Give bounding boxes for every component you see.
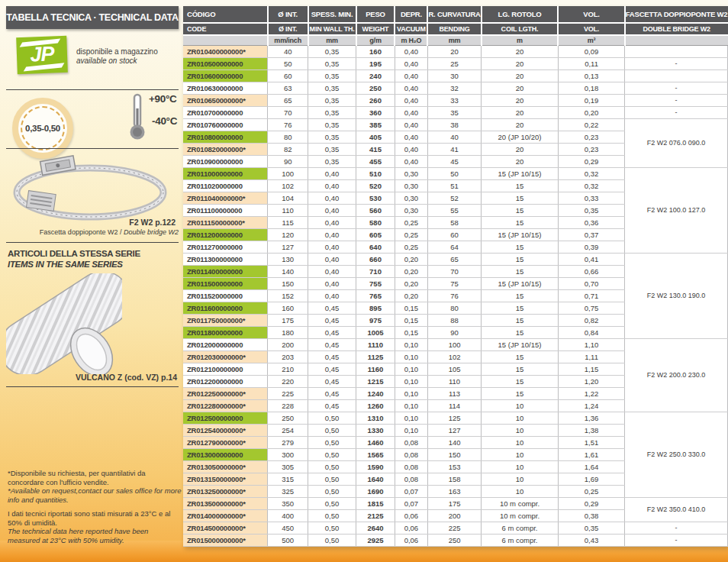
cell-min-wall: 0,40: [308, 278, 356, 290]
unit-spess: mm: [308, 35, 356, 46]
cell-d-int: 228: [268, 400, 308, 412]
cell-d-int: 150: [268, 278, 308, 290]
cell-d-int: 63: [268, 82, 308, 95]
cell-code: ZR012790000000*: [183, 437, 268, 449]
cell-code: ZR012030000000*: [183, 351, 268, 363]
wall-thickness-value: 0,35-0,50: [25, 124, 60, 133]
technical-data-table: CÓDIGO Ø INT. SPESS. MIN. PESO DEPR. R. …: [183, 6, 728, 547]
cell-volume: 0,39: [558, 241, 624, 254]
cell-d-int: 40: [268, 46, 308, 58]
cell-d-int: 50: [268, 58, 308, 70]
cell-vacuum: 0,10: [395, 376, 427, 388]
cell-code: ZR011000000000: [183, 168, 268, 180]
cell-coil-length: 15: [482, 388, 559, 400]
table-row: ZR010630000000630,352500,4032200,18-: [183, 82, 728, 95]
cell-bending: 50: [427, 168, 481, 180]
jp-logo: JP: [16, 36, 68, 74]
cell-code: ZR015000000000*: [183, 535, 268, 547]
cell-weight: 510: [356, 168, 395, 180]
table-row: ZR010650000000*650,352600,4033200,19-: [183, 95, 728, 107]
cell-fascetta: F2 W2 350.0 410.0: [625, 498, 728, 522]
cell-coil-length: 20: [482, 95, 559, 107]
cell-d-int: 300: [268, 449, 308, 461]
cell-d-int: 130: [268, 254, 308, 266]
cell-fascetta: -: [625, 82, 728, 95]
cell-weight: 1260: [356, 400, 395, 412]
header-row-italian: CÓDIGO Ø INT. SPESS. MIN. PESO DEPR. R. …: [183, 6, 728, 23]
cell-code: ZR010400000000*: [183, 46, 268, 58]
cell-d-int: 350: [268, 498, 308, 510]
same-series-heading-en: ITEMS IN THE SAME SERIES: [8, 259, 140, 270]
table-row: ZR0113000000001300,406600,2065150,41F2 W…: [183, 254, 728, 266]
cell-min-wall: 0,35: [308, 156, 356, 168]
cell-weight: 1565: [356, 449, 395, 461]
cell-min-wall: 0,50: [308, 510, 356, 522]
col-header-bridge: DOUBLE BRIDGE W2: [625, 23, 728, 35]
cell-d-int: 160: [268, 302, 308, 315]
cell-coil-length: 20: [482, 46, 559, 58]
cell-vacuum: 0,25: [395, 217, 427, 229]
cell-bending: 32: [427, 82, 481, 95]
cell-volume: 0,35: [558, 522, 624, 535]
unit-peso: g/m: [356, 35, 395, 46]
col-header-code: CODE: [183, 23, 268, 35]
cell-code: ZR010800000000: [183, 131, 268, 144]
cell-bending: 75: [427, 278, 481, 290]
cell-d-int: 70: [268, 107, 308, 119]
unit-fascetta: [625, 35, 728, 46]
cell-weight: 640: [356, 241, 395, 254]
col-header-vol-en: VOL.: [558, 23, 624, 35]
cell-bending: 30: [427, 70, 481, 82]
cell-d-int: 254: [268, 425, 308, 437]
cell-coil-length: 15: [482, 290, 559, 302]
cell-min-wall: 0,35: [308, 58, 356, 70]
cell-vacuum: 0,40: [395, 131, 427, 144]
header-row-units: mm/inch mm g/m m H₂O mm m m³: [183, 35, 728, 46]
cell-bending: 127: [427, 425, 481, 437]
cell-bending: 80: [427, 302, 481, 315]
cell-coil-length: 15: [482, 254, 559, 266]
clamp-caption: Fascetta doppioponte W2 / Double bridge …: [6, 228, 179, 236]
cell-coil-length: 10: [482, 437, 559, 449]
cell-code: ZR011150000000*: [183, 217, 268, 229]
cell-d-int: 140: [268, 266, 308, 278]
cell-vacuum: 0,08: [395, 449, 427, 461]
cell-fascetta: F2 W2 076.0 090.0: [625, 119, 728, 168]
cell-volume: 1,24: [558, 400, 624, 412]
cell-code: ZR012250000000*: [183, 388, 268, 400]
cell-vacuum: 0,10: [395, 388, 427, 400]
cell-code: ZR014000000000*: [183, 510, 268, 522]
cell-bending: 35: [427, 107, 481, 119]
cell-bending: 158: [427, 473, 481, 486]
cell-coil-length: 20: [482, 82, 559, 95]
cell-bending: 150: [427, 449, 481, 461]
cell-min-wall: 0,35: [308, 95, 356, 107]
cell-vacuum: 0,30: [395, 168, 427, 180]
cell-weight: 660: [356, 254, 395, 266]
cell-bending: 20: [427, 46, 481, 58]
table-row: ZR014500000000*4500,5026400,062256 m com…: [183, 522, 728, 535]
cell-min-wall: 0,50: [308, 449, 356, 461]
cell-fascetta: -: [625, 95, 728, 107]
cell-vacuum: 0,10: [395, 412, 427, 425]
cell-min-wall: 0,40: [308, 266, 356, 278]
vulcano-caption: VULCANO Z (cod. VZ) p.14: [76, 373, 177, 382]
cell-weight: 405: [356, 131, 395, 144]
cell-code: ZR012100000000: [183, 363, 268, 376]
col-header-spess: SPESS. MIN.: [308, 6, 356, 23]
cell-code: ZR010500000000: [183, 58, 268, 70]
cell-volume: 0,20: [558, 107, 624, 119]
cell-coil-length: 10: [482, 400, 559, 412]
cell-min-wall: 0,40: [308, 229, 356, 241]
cell-bending: 60: [427, 229, 481, 241]
cell-d-int: 450: [268, 522, 308, 535]
cell-bending: 55: [427, 205, 481, 217]
table-row: ZR010500000000500,351950,4025200,11-: [183, 58, 728, 70]
table-row: ZR0125000000002500,5013100,10125101,36F2…: [183, 412, 728, 425]
cell-coil-length: 15: [482, 180, 559, 192]
cell-vacuum: 0,10: [395, 400, 427, 412]
cell-bending: 125: [427, 412, 481, 425]
cell-min-wall: 0,45: [308, 400, 356, 412]
cell-fascetta: F2 W2 100.0 127.0: [625, 168, 728, 254]
cell-coil-length: 20: [482, 144, 559, 156]
